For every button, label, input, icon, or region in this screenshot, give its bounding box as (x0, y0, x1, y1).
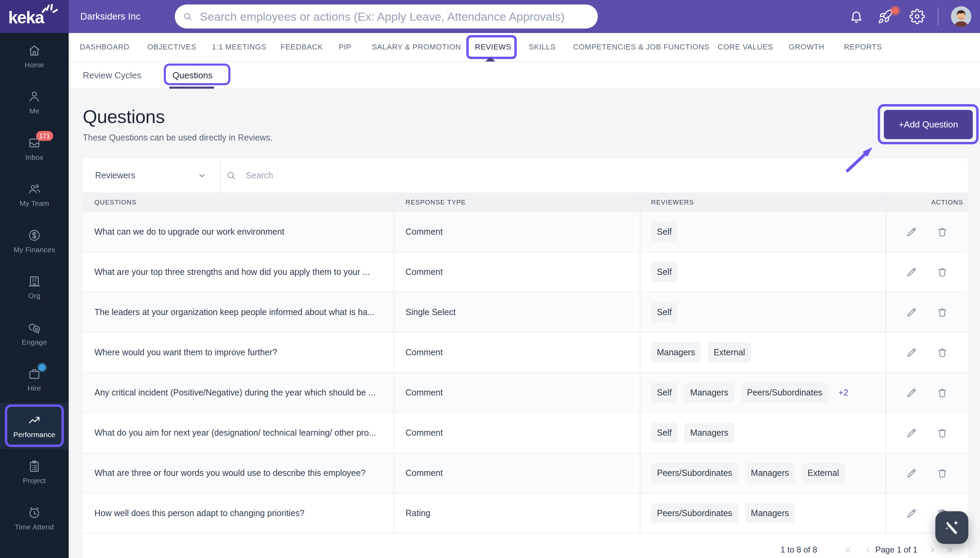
question-text: Where would you want them to improve fur… (95, 333, 277, 372)
search-icon (183, 11, 192, 21)
sidebar-item-icon: 171 (27, 136, 41, 150)
sidebar-item[interactable]: Project (0, 449, 69, 496)
sidebar-item[interactable]: Home (0, 33, 69, 79)
edit-pencil-icon[interactable] (905, 346, 918, 359)
column-header-questions: QUESTIONS (95, 192, 137, 212)
reviewer-chips: Self Managers Peers/Subordinates +2 (651, 373, 848, 412)
table-row: Any critical incident (Positive/Negative… (83, 373, 968, 413)
chevron-down-icon[interactable] (198, 171, 206, 180)
reviewer-chip: Self (651, 423, 677, 443)
whats-new-rocket-icon[interactable] (878, 8, 893, 25)
main-content: Questions These Questions can be used di… (69, 89, 980, 558)
sidebar-item-label: My Team (20, 199, 49, 208)
sidebar-item[interactable]: Performance (0, 403, 69, 449)
nav-item[interactable]: SKILLS (529, 33, 556, 61)
reviewer-chip: External (802, 463, 845, 483)
nav-item[interactable]: COMPETENCIES & JOB FUNCTIONS (573, 33, 709, 61)
sidebar-item-label: Hire (28, 384, 41, 392)
response-type: Comment (406, 413, 443, 453)
sidebar-item-label: Performance (13, 430, 55, 439)
sidebar-item-label: Time Attend (15, 523, 54, 531)
sidebar-item-label: Inbox (25, 153, 43, 161)
edit-pencil-icon[interactable] (905, 467, 918, 479)
next-page-icon[interactable] (928, 545, 937, 555)
sidebar-item-label: Project (23, 477, 46, 485)
sidebar: Home Me 171 I (0, 33, 69, 558)
response-type: Rating (406, 493, 430, 533)
notifications-bell-icon[interactable] (849, 8, 864, 25)
sidebar-item[interactable]: My Team (0, 172, 69, 218)
response-type: Comment (406, 252, 443, 292)
top-header: Darksiders Inc Search employees or actio… (69, 0, 980, 33)
tab-questions[interactable]: Questions (172, 62, 213, 89)
questions-card: Reviewers Search QUESTIONS RESPONSE TYPE… (83, 158, 968, 558)
sidebar-item-icon (27, 182, 41, 196)
edit-pencil-icon[interactable] (905, 387, 918, 399)
edit-pencil-icon[interactable] (905, 306, 918, 318)
inbox-count-badge: 171 (36, 131, 53, 141)
first-page-icon[interactable] (844, 545, 853, 555)
nav-item[interactable]: FEEDBACK (281, 33, 323, 61)
active-tab-pointer (485, 57, 496, 61)
nav-item[interactable]: 1:1 MEETINGS (212, 33, 267, 61)
response-type: Comment (406, 453, 443, 493)
edit-pencil-icon[interactable] (905, 226, 918, 238)
delete-trash-icon[interactable] (936, 427, 949, 439)
reviewer-chips: Self (651, 292, 677, 332)
table-search-icon (226, 171, 236, 181)
sidebar-item[interactable]: 171 Inbox (0, 125, 69, 172)
reviewer-chips: Self (651, 212, 677, 251)
nav-item[interactable]: PIP (339, 33, 351, 61)
sidebar-item[interactable]: Engage (0, 310, 69, 357)
magic-wand-button[interactable] (935, 511, 969, 544)
table-search-input[interactable]: Search (246, 158, 273, 192)
app-window: keka Darksiders Inc Search employees or … (0, 0, 980, 558)
sidebar-item[interactable]: Me (0, 79, 69, 126)
rows-range-label: 1 to 8 of 8 (780, 533, 817, 558)
keka-logo: keka (8, 9, 44, 26)
settings-gear-icon[interactable] (909, 8, 925, 25)
table-header: QUESTIONS RESPONSE TYPE REVIEWERS ACTION… (83, 192, 968, 212)
edit-pencil-icon[interactable] (905, 427, 918, 439)
sidebar-item[interactable]: Org (0, 264, 69, 310)
more-reviewers-label[interactable]: +2 (839, 387, 849, 397)
nav-item[interactable]: REPORTS (844, 33, 882, 61)
annotation-arrow (829, 144, 874, 181)
nav-item[interactable]: DASHBOARD (80, 33, 129, 61)
nav-item[interactable]: SALARY & PROMOTION (372, 33, 461, 61)
prev-page-icon[interactable] (863, 545, 873, 555)
last-page-icon[interactable] (944, 545, 954, 555)
sidebar-item[interactable]: Hire (0, 357, 69, 403)
keka-logo-block: keka (0, 0, 69, 33)
header-divider (938, 8, 939, 25)
delete-trash-icon[interactable] (936, 306, 949, 318)
user-avatar[interactable] (951, 6, 972, 27)
question-text: The leaders at your organization keep pe… (95, 292, 375, 332)
active-subtab-underline (169, 87, 214, 89)
nav-item[interactable]: CORE VALUES (718, 33, 773, 61)
edit-pencil-icon[interactable] (905, 266, 918, 278)
delete-trash-icon[interactable] (936, 266, 949, 278)
sidebar-item[interactable]: Time Attend (0, 495, 69, 542)
nav-item[interactable]: OBJECTIVES (147, 33, 196, 61)
sidebar-item-icon (27, 505, 41, 520)
nav-item[interactable]: GROWTH (789, 33, 825, 61)
delete-trash-icon[interactable] (936, 387, 949, 399)
sidebar-item-icon (27, 367, 41, 381)
add-question-button[interactable]: +Add Question (884, 110, 973, 139)
delete-trash-icon[interactable] (936, 346, 949, 359)
filter-divider (220, 158, 221, 192)
reviewer-chip: Managers (684, 382, 734, 403)
column-header-actions: ACTIONS (931, 192, 963, 212)
edit-pencil-icon[interactable] (905, 507, 918, 520)
global-search-input[interactable]: Search employees or actions (Ex: Apply L… (175, 5, 598, 28)
tab-review-cycles[interactable]: Review Cycles (83, 62, 141, 89)
delete-trash-icon[interactable] (936, 226, 949, 238)
sidebar-item[interactable]: My Finances (0, 218, 69, 264)
delete-trash-icon[interactable] (936, 467, 949, 479)
reviewer-chip: Self (651, 382, 677, 403)
sidebar-item-label: Me (29, 107, 39, 115)
hire-notification-dot (38, 364, 46, 371)
table-row: How well does this person adapt to chang… (83, 493, 968, 533)
reviewers-dropdown[interactable]: Reviewers (95, 158, 135, 192)
